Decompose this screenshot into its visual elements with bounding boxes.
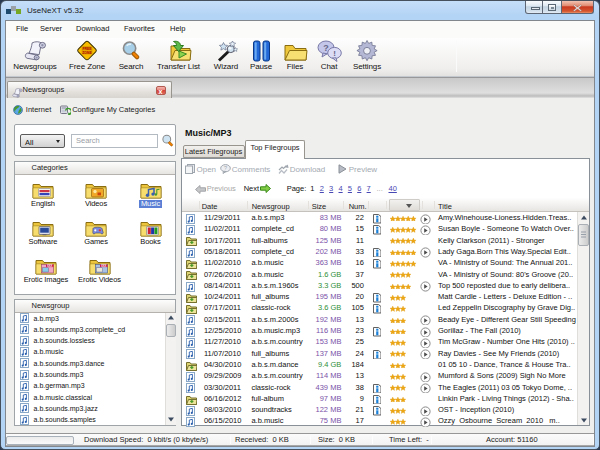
svg-text:!: ! bbox=[333, 49, 336, 58]
svg-text:?: ? bbox=[224, 165, 227, 171]
svg-text:ZONE: ZONE bbox=[82, 51, 92, 55]
svg-text:XXX: XXX bbox=[100, 264, 106, 268]
svg-text:XXX: XXX bbox=[47, 264, 53, 268]
